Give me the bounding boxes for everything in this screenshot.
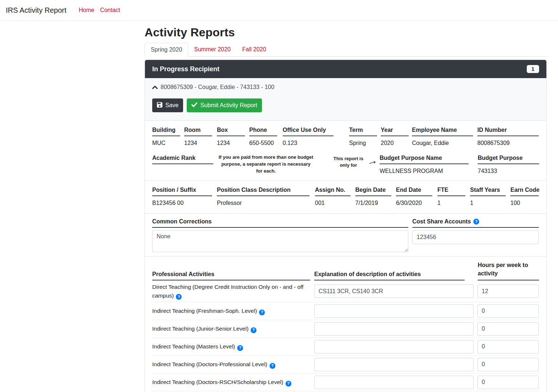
activity-label: Indirect Teaching (Freshman-Soph. Level)… — [152, 304, 312, 318]
explanation-input[interactable] — [314, 340, 474, 353]
submit-activity-report-button[interactable]: Submit Activity Report — [187, 98, 262, 112]
submit-button-label: Submit Activity Report — [200, 102, 257, 109]
field-office-use-only: Office Use Only 0.123 — [283, 127, 333, 147]
hours-input[interactable] — [477, 284, 539, 298]
cost-share-field: Cost Share Accounts ? — [412, 218, 539, 252]
field-position-class-description: Position Class Description Professor — [217, 187, 310, 207]
employee-info-section: Building MUC Room 1234 Box 1234 Phone 65… — [145, 121, 546, 180]
activity-row: Direct Teaching (Degree Credit Instructi… — [152, 280, 539, 302]
field-room: Room 1234 — [184, 127, 212, 147]
help-icon[interactable]: ? — [259, 310, 265, 315]
column-explanation: Explanation of description of activities — [314, 271, 465, 280]
cost-share-input[interactable] — [412, 230, 539, 244]
common-corrections-field: Common Corrections None — [152, 218, 408, 252]
corrections-section: Common Corrections None Cost Share Accou… — [145, 213, 546, 256]
explanation-input[interactable] — [314, 358, 474, 371]
hours-input[interactable] — [477, 376, 539, 389]
activity-label: Direct Teaching (Degree Credit Instructi… — [152, 280, 312, 302]
position-row: Position / Suffix B123456 00 Position Cl… — [152, 187, 539, 207]
recipient-toggle[interactable]: 8008675309 - Cougar, Eddie - 743133 - 10… — [152, 84, 539, 90]
explanation-input[interactable] — [314, 284, 474, 298]
multiple-budget-note: If you are paid from more than one budge… — [218, 154, 314, 175]
save-button-label: Save — [165, 102, 178, 109]
field-term: Term Spring — [349, 127, 377, 147]
field-budget-purpose-name: Budget Purpose Name WELLNESS PROGRAM — [380, 155, 469, 175]
field-begin-date: Begin Date 7/1/2019 — [355, 187, 391, 207]
help-icon[interactable]: ? — [473, 219, 479, 225]
arrow-right-icon: → — [365, 154, 379, 167]
field-staff-years: Staff Years 1 — [470, 187, 506, 207]
help-icon[interactable]: ? — [270, 363, 275, 369]
page-title: Activity Reports — [145, 26, 547, 39]
nav-link-contact[interactable]: Contact — [97, 7, 123, 13]
save-button[interactable]: Save — [152, 98, 183, 112]
main-content: Activity Reports Spring 2020 Summer 2020… — [145, 26, 547, 392]
hours-input[interactable] — [477, 304, 539, 318]
column-professional-activities: Professional Activities — [152, 271, 310, 280]
recipient-count-badge: 1 — [527, 65, 539, 73]
activity-row: Indirect Teaching (Masters Level)? — [152, 338, 539, 355]
common-corrections-textarea[interactable]: None — [152, 230, 408, 252]
position-section: Position / Suffix B123456 00 Position Cl… — [145, 180, 546, 213]
field-position-suffix: Position / Suffix B123456 00 — [152, 187, 212, 207]
field-box: Box 1234 — [217, 127, 245, 147]
tab-summer-2020[interactable]: Summer 2020 — [188, 43, 236, 56]
help-icon[interactable]: ? — [251, 327, 256, 333]
help-icon[interactable]: ? — [176, 294, 182, 300]
field-end-date: End Date 6/30/2020 — [396, 187, 432, 207]
action-buttons: Save Submit Activity Report — [152, 98, 539, 112]
common-corrections-label: Common Corrections — [152, 218, 408, 228]
hours-input[interactable] — [477, 340, 539, 353]
explanation-input[interactable] — [314, 376, 474, 389]
field-phone: Phone 650-5500 — [249, 127, 277, 147]
term-tabs: Spring 2020 Summer 2020 Fall 2020 — [145, 43, 547, 57]
field-fte: FTE 1 — [437, 187, 465, 207]
hours-input[interactable] — [477, 358, 539, 371]
save-icon — [157, 102, 162, 109]
field-earn-code: Earn Code 100 — [510, 187, 539, 207]
field-id-number: ID Number 8008675309 — [477, 127, 539, 147]
top-navbar: IRS Activity Report Home Contact — [0, 0, 558, 21]
field-year: Year 2020 — [381, 127, 409, 147]
recipient-label: 8008675309 - Cougar, Eddie - 743133 - 10… — [161, 84, 274, 90]
recipient-section: 8008675309 - Cougar, Eddie - 743133 - 10… — [145, 78, 546, 121]
chevron-up-icon — [152, 85, 158, 89]
in-progress-recipient-panel: In Progress Recipient 1 8008675309 - Cou… — [145, 60, 547, 392]
activity-label: Indirect Teaching (Doctors-Professional … — [152, 358, 312, 371]
tab-spring-2020[interactable]: Spring 2020 — [145, 43, 188, 57]
field-employee-name: Employee Name Cougar, Eddie — [412, 127, 473, 147]
column-hours-per-week: Hours per week to activity — [478, 261, 539, 280]
tab-fall-2020[interactable]: Fall 2020 — [236, 43, 272, 56]
activity-label: Indirect Teaching (Junior-Senior Level)? — [152, 322, 312, 335]
hours-input[interactable] — [477, 322, 539, 336]
panel-header-title: In Progress Recipient — [152, 65, 219, 73]
activity-row: Indirect Teaching (Freshman-Soph. Level)… — [152, 302, 539, 320]
check-icon — [191, 102, 197, 109]
field-building: Building MUC — [152, 127, 180, 147]
professional-activities-section: Professional Activities Explanation of d… — [145, 256, 546, 392]
budget-purpose-row: Academic Rank If you are paid from more … — [152, 155, 539, 175]
activities-rows: Direct Teaching (Degree Credit Instructi… — [152, 280, 539, 392]
explanation-input[interactable] — [314, 322, 474, 336]
nav-link-home[interactable]: Home — [76, 7, 97, 13]
activity-label: Indirect Teaching (Masters Level)? — [152, 340, 312, 353]
app-title: IRS Activity Report — [6, 6, 66, 15]
panel-header: In Progress Recipient 1 — [145, 60, 546, 78]
report-scope-text: This report is only for — [330, 155, 367, 168]
field-academic-rank: Academic Rank — [152, 155, 213, 175]
field-assign-no: Assign No. 001 — [315, 187, 351, 207]
employee-info-row: Building MUC Room 1234 Box 1234 Phone 65… — [152, 127, 539, 147]
activity-row: Indirect Teaching (Doctors-RSCH/Scholars… — [152, 373, 539, 391]
explanation-input[interactable] — [314, 304, 474, 318]
activity-row: Indirect Teaching (Doctors-Professional … — [152, 355, 539, 373]
help-icon[interactable]: ? — [286, 381, 291, 387]
activity-row: Indirect Teaching (Junior-Senior Level)? — [152, 320, 539, 338]
activities-header-row: Professional Activities Explanation of d… — [152, 261, 539, 280]
cost-share-label: Cost Share Accounts ? — [412, 218, 539, 228]
help-icon[interactable]: ? — [237, 345, 243, 351]
field-budget-purpose: Budget Purpose 743133 — [478, 155, 539, 175]
app-window: IRS Activity Report Home Contact Activit… — [0, 0, 558, 392]
activity-label: Indirect Teaching (Doctors-RSCH/Scholars… — [152, 376, 312, 389]
